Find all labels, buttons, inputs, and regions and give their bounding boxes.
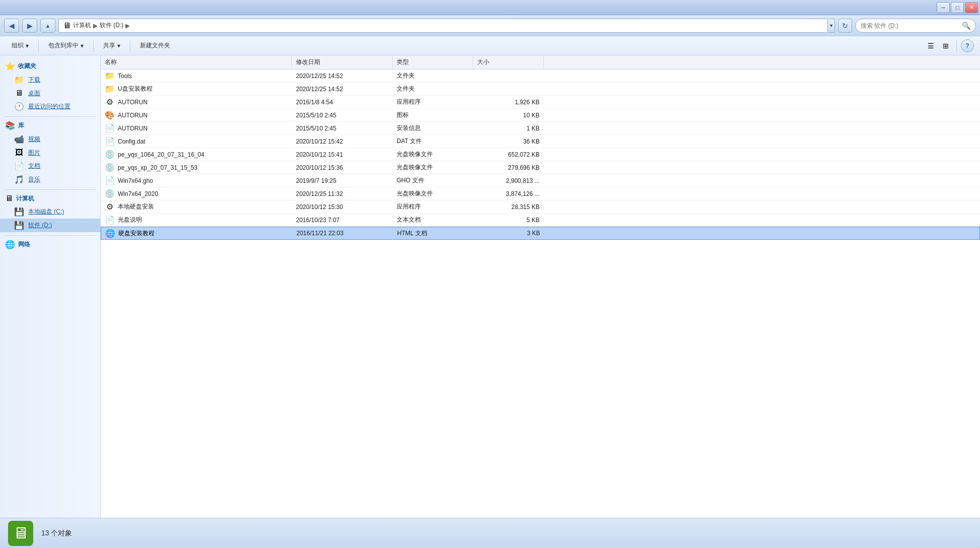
file-type-cell: 光盘映像文件	[393, 150, 473, 159]
pictures-icon: 🖼	[14, 148, 24, 157]
sidebar-c-drive-label: 本地磁盘 (C:)	[28, 208, 64, 216]
sidebar-video-label: 视频	[28, 135, 40, 144]
file-icon: 📄	[105, 136, 115, 146]
table-row[interactable]: 📁 Tools 2020/12/25 14:52 文件夹	[101, 70, 980, 83]
sidebar-item-d-drive[interactable]: 💾 软件 (D:)	[0, 219, 100, 232]
view-options-button[interactable]: ☰	[924, 39, 937, 52]
table-row[interactable]: 📄 Win7x64.gho 2019/9/7 19:25 GHO 文件 2,90…	[101, 174, 980, 187]
file-size-cell: 3,874,126 ...	[473, 190, 544, 197]
file-name-text: AUTORUN	[118, 112, 147, 119]
sidebar-item-c-drive[interactable]: 💾 本地磁盘 (C:)	[0, 205, 100, 219]
organize-button[interactable]: 组织 ▾	[6, 39, 34, 53]
table-row[interactable]: 📁 U盘安装教程 2020/12/25 14:52 文件夹	[101, 83, 980, 96]
col-header-modified[interactable]: 修改日期	[292, 55, 393, 69]
table-row[interactable]: 💿 pe_yqs_1064_20_07_31_16_04 2020/10/12 …	[101, 148, 980, 161]
sidebar-network-header[interactable]: 🌐 网络	[0, 238, 100, 251]
sidebar-recent-label: 最近访问的位置	[28, 102, 70, 111]
table-row[interactable]: ⚙ 本地硬盘安装 2020/10/12 15:30 应用程序 28,315 KB	[101, 200, 980, 214]
breadcrumb-computer[interactable]: 计算机	[73, 21, 91, 30]
file-name-cell: 💿 Win7x64_2020	[101, 189, 292, 198]
table-row[interactable]: 📄 AUTORUN 2015/5/10 2:45 安装信息 1 KB	[101, 122, 980, 135]
main-area: ⭐ 收藏夹 📁 下载 🖥 桌面 🕐 最近访问的位置 📚 库	[0, 55, 980, 518]
status-icon: 🖥	[8, 521, 33, 546]
file-modified-cell: 2020/10/12 15:36	[292, 164, 393, 171]
file-type-cell: DAT 文件	[393, 137, 473, 146]
file-size-cell: 1,926 KB	[473, 99, 544, 106]
organize-dropdown-icon: ▾	[26, 42, 29, 49]
file-modified-cell: 2020/12/25 14:52	[292, 73, 393, 80]
sidebar-item-recent[interactable]: 🕐 最近访问的位置	[0, 100, 100, 113]
sidebar-divider-3	[4, 235, 96, 236]
sidebar-item-documents[interactable]: 📄 文档	[0, 159, 100, 173]
search-icon: 🔍	[962, 22, 970, 30]
file-name-cell: ⚙ 本地硬盘安装	[101, 202, 292, 212]
sidebar-item-video[interactable]: 📹 视频	[0, 132, 100, 146]
network-label: 网络	[18, 240, 30, 249]
search-input[interactable]	[861, 22, 959, 29]
file-name-text: 本地硬盘安装	[118, 202, 154, 211]
file-modified-cell: 2019/9/7 19:25	[292, 177, 393, 184]
search-box[interactable]: 🔍	[855, 19, 976, 33]
file-icon: 💿	[105, 163, 115, 172]
sidebar-network-section: 🌐 网络	[0, 238, 100, 251]
file-icon: 📁	[105, 71, 115, 81]
new-folder-button[interactable]: 新建文件夹	[134, 39, 176, 53]
close-button[interactable]: ✕	[965, 2, 978, 13]
computer-icon: 🖥	[63, 21, 71, 30]
file-name-cell: 💿 pe_yqs_xp_20_07_31_15_53	[101, 163, 292, 172]
back-button[interactable]: ◀	[4, 19, 19, 33]
file-modified-cell: 2020/12/25 11:32	[292, 190, 393, 197]
file-size-cell: 36 KB	[473, 138, 544, 145]
share-label: 共享	[103, 41, 115, 50]
include-library-button[interactable]: 包含到库中 ▾	[43, 39, 89, 53]
sidebar-library-header[interactable]: 📚 库	[0, 119, 100, 132]
minimize-button[interactable]: ─	[937, 2, 950, 13]
file-name-text: pe_yqs_xp_20_07_31_15_53	[118, 164, 197, 171]
sidebar-favorites-header[interactable]: ⭐ 收藏夹	[0, 59, 100, 73]
download-icon: 📁	[14, 75, 24, 85]
sidebar-item-download[interactable]: 📁 下载	[0, 73, 100, 87]
file-name-cell: 🌐 硬盘安装教程	[101, 229, 292, 238]
forward-button[interactable]: ▶	[22, 19, 37, 33]
recent-icon: 🕐	[14, 102, 24, 111]
breadcrumb-area[interactable]: 🖥 计算机 ▶ 软件 (D:) ▶	[58, 19, 828, 33]
table-row[interactable]: 📄 光盘说明 2016/10/23 7:07 文本文档 5 KB	[101, 214, 980, 227]
refresh-button[interactable]: ↻	[838, 19, 852, 33]
toolbar-separator-4	[956, 40, 957, 52]
sidebar-item-pictures[interactable]: 🖼 图片	[0, 146, 100, 159]
sidebar-item-music[interactable]: 🎵 音乐	[0, 173, 100, 186]
file-type-cell: GHO 文件	[393, 176, 473, 185]
up-button[interactable]: ▲	[40, 19, 55, 33]
breadcrumb-dropdown[interactable]: ▾	[828, 19, 835, 33]
table-row[interactable]: 🌐 硬盘安装教程 2016/11/21 22:03 HTML 文档 3 KB	[101, 227, 980, 240]
library-icon: 📚	[5, 121, 15, 130]
new-folder-label: 新建文件夹	[140, 41, 170, 50]
file-size-cell: 5 KB	[473, 217, 544, 224]
favorites-icon: ⭐	[5, 61, 15, 71]
documents-icon: 📄	[14, 161, 24, 171]
file-type-cell: 安装信息	[393, 124, 473, 132]
address-bar: ◀ ▶ ▲ 🖥 计算机 ▶ 软件 (D:) ▶ ▾ ↻ 🔍	[0, 15, 980, 36]
col-header-name[interactable]: 名称	[101, 55, 292, 69]
view-toggle-button[interactable]: ⊞	[939, 39, 952, 52]
col-header-size[interactable]: 大小	[473, 55, 544, 69]
include-dropdown-icon: ▾	[81, 42, 84, 49]
help-button[interactable]: ?	[961, 39, 974, 52]
breadcrumb: 计算机 ▶ 软件 (D:) ▶	[73, 21, 130, 30]
sidebar-computer-header[interactable]: 🖥 计算机	[0, 192, 100, 205]
table-row[interactable]: 🎨 AUTORUN 2015/5/10 2:45 图标 10 KB	[101, 109, 980, 122]
file-icon: ⚙	[105, 97, 115, 107]
table-row[interactable]: ⚙ AUTORUN 2016/1/8 4:54 应用程序 1,926 KB	[101, 96, 980, 109]
table-row[interactable]: 💿 Win7x64_2020 2020/12/25 11:32 光盘映像文件 3…	[101, 187, 980, 200]
maximize-button[interactable]: □	[951, 2, 964, 13]
share-button[interactable]: 共享 ▾	[98, 39, 126, 53]
file-modified-cell: 2015/5/10 2:45	[292, 112, 393, 119]
table-row[interactable]: 💿 pe_yqs_xp_20_07_31_15_53 2020/10/12 15…	[101, 161, 980, 174]
music-icon: 🎵	[14, 175, 24, 184]
col-header-type[interactable]: 类型	[393, 55, 473, 69]
table-row[interactable]: 📄 Config.dat 2020/10/12 15:42 DAT 文件 36 …	[101, 135, 980, 148]
file-name-cell: 🎨 AUTORUN	[101, 110, 292, 120]
toolbar-right: ☰ ⊞ ?	[924, 39, 974, 52]
breadcrumb-drive[interactable]: 软件 (D:)	[100, 21, 123, 30]
sidebar-item-desktop[interactable]: 🖥 桌面	[0, 87, 100, 100]
